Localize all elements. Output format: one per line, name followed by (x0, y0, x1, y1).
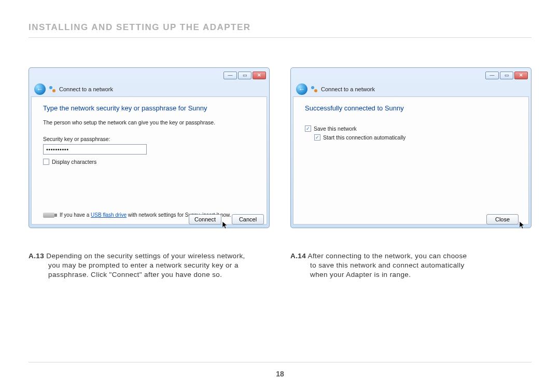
caption-line2: to save this network and connect automat… (290, 261, 531, 270)
step-number: A.13 (29, 252, 44, 260)
divider-bottom (29, 362, 531, 362)
dialog-security-key: — ▭ ✕ ← Connect to a network Type the ne… (29, 67, 270, 228)
maximize-button[interactable]: ▭ (238, 72, 251, 79)
button-row: Close (486, 214, 526, 225)
usb-drive-icon (43, 213, 54, 218)
passphrase-input[interactable]: •••••••••• (43, 144, 147, 155)
dialog-heading: Successfully connected to Sunny (305, 104, 517, 112)
connect-button[interactable]: Connect (189, 214, 221, 225)
minimize-button[interactable]: — (223, 72, 237, 79)
auto-connect-checkbox[interactable]: ✓ (314, 134, 320, 141)
minimize-button[interactable]: — (485, 72, 499, 79)
back-arrow-icon[interactable]: ← (296, 83, 307, 95)
caption-a13: A.13 Depending on the security settings … (29, 251, 270, 280)
content-columns: — ▭ ✕ ← Connect to a network Type the ne… (29, 67, 531, 280)
usb-flash-drive-link[interactable]: USB flash drive (91, 212, 127, 218)
right-column: — ▭ ✕ ← Connect to a network Successfull… (290, 67, 531, 280)
caption-line1: Depending on the security settings of yo… (44, 252, 245, 260)
close-button[interactable]: ✕ (514, 72, 528, 79)
nav-strip: ← Connect to a network (31, 82, 267, 95)
close-button[interactable]: ✕ (253, 72, 266, 79)
caption-line2: you may be prompted to enter a network s… (29, 261, 270, 270)
save-network-checkbox[interactable]: ✓ (305, 125, 311, 132)
close-dialog-button[interactable]: Close (486, 214, 519, 225)
network-icon (311, 86, 318, 93)
display-characters-label: Display characters (52, 159, 96, 165)
titlebar: — ▭ ✕ (293, 70, 529, 82)
caption-line3: when your Adapter is in range. (290, 270, 531, 279)
display-characters-checkbox[interactable] (43, 159, 49, 165)
usb-note-prefix: If you have a (60, 212, 91, 218)
cancel-button[interactable]: Cancel (232, 214, 264, 225)
caption-a14: A.14 After connecting to the network, yo… (290, 251, 531, 280)
svg-marker-1 (520, 221, 524, 229)
dialog-heading: Type the network security key or passphr… (43, 104, 255, 112)
passphrase-label: Security key or passphrase: (43, 136, 255, 142)
cursor-icon (222, 221, 229, 230)
breadcrumb: Connect to a network (59, 86, 113, 92)
page-title: INSTALLING AND SETTING UP THE ADAPTER (29, 22, 251, 33)
auto-connect-row: ✓ Start this connection automatically (314, 134, 517, 141)
display-characters-row: Display characters (43, 159, 255, 165)
titlebar: — ▭ ✕ (31, 70, 267, 82)
maximize-button[interactable]: ▭ (500, 72, 513, 79)
network-icon (49, 86, 56, 93)
save-network-label: Save this network (314, 125, 357, 132)
left-column: — ▭ ✕ ← Connect to a network Type the ne… (29, 67, 270, 280)
caption-line3: passphrase. Click "Connect" after you ha… (29, 270, 270, 279)
save-network-row: ✓ Save this network (305, 125, 517, 132)
dialog-subtext: The person who setup the network can giv… (43, 119, 255, 125)
caption-line1: After connecting to the network, you can… (306, 252, 467, 260)
cursor-icon (520, 221, 526, 230)
step-number: A.14 (290, 252, 306, 260)
page-number: 18 (0, 370, 560, 378)
divider-top (29, 37, 531, 38)
dialog-body: Type the network security key or passphr… (31, 96, 267, 225)
dialog-connected: — ▭ ✕ ← Connect to a network Successfull… (290, 67, 531, 228)
svg-marker-0 (222, 221, 227, 229)
breadcrumb: Connect to a network (321, 86, 375, 92)
auto-connect-label: Start this connection automatically (323, 134, 405, 141)
back-arrow-icon[interactable]: ← (34, 83, 46, 95)
nav-strip: ← Connect to a network (293, 82, 529, 95)
button-row: Connect Cancel (189, 214, 264, 225)
dialog-body: Successfully connected to Sunny ✓ Save t… (293, 96, 529, 225)
